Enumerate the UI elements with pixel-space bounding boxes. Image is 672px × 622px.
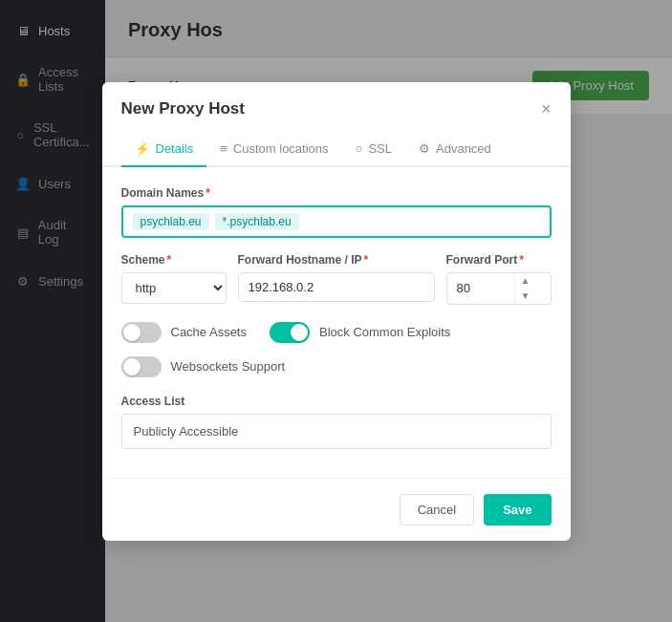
tab-advanced[interactable]: ⚙ Advanced [405, 132, 505, 167]
tab-advanced-label: Advanced [436, 141, 491, 156]
scheme-label: Scheme* [121, 253, 227, 267]
domain-tag-2: *.psychlab.eu [215, 213, 299, 230]
tab-details[interactable]: ⚡ Details [121, 132, 207, 167]
block-exploits-label: Block Common Exploits [319, 325, 450, 339]
form-row-connection: Scheme* http https Forward Hostname / IP… [121, 253, 552, 305]
cache-assets-toggle-item: Cache Assets [121, 322, 248, 343]
toggle-row-options: Cache Assets Block Common Exploits [121, 322, 552, 343]
websockets-row: Websockets Support [121, 356, 552, 377]
scheme-select[interactable]: http https [121, 272, 227, 304]
access-list-select[interactable]: Publicly Accessible [121, 414, 552, 449]
block-exploits-toggle-item: Block Common Exploits [270, 322, 450, 343]
websockets-label: Websockets Support [171, 359, 286, 374]
modal-close-button[interactable]: × [541, 100, 552, 118]
scheme-group: Scheme* http https [121, 253, 227, 305]
port-group: Forward Port* ▲ ▼ [446, 253, 552, 305]
block-exploits-toggle[interactable] [270, 322, 310, 343]
port-spinners: ▲ ▼ [514, 273, 536, 304]
domain-names-required: * [206, 186, 210, 200]
tab-custom-locations-label: Custom locations [233, 141, 329, 156]
domain-names-group: Domain Names* psychlab.eu *.psychlab.eu [121, 186, 552, 238]
tab-custom-locations[interactable]: ≡ Custom locations [206, 132, 341, 167]
domain-names-label: Domain Names* [121, 186, 552, 200]
tab-details-label: Details [156, 141, 194, 156]
tab-ssl-label: SSL [368, 141, 392, 156]
block-exploits-knob [291, 324, 308, 341]
port-wrapper: ▲ ▼ [446, 272, 552, 305]
access-list-label: Access List [121, 395, 552, 408]
hostname-label: Forward Hostname / IP* [238, 253, 435, 267]
advanced-tab-icon: ⚙ [419, 141, 430, 156]
port-input[interactable] [447, 274, 514, 302]
hostname-input[interactable] [238, 272, 435, 302]
modal-overlay: New Proxy Host × ⚡ Details ≡ Custom loca… [0, 0, 672, 622]
modal-body: Domain Names* psychlab.eu *.psychlab.eu … [102, 167, 571, 468]
access-list-wrapper: Publicly Accessible [121, 414, 552, 449]
websockets-knob [123, 358, 141, 375]
port-label: Forward Port* [446, 253, 552, 267]
cache-assets-toggle[interactable] [121, 322, 162, 343]
domain-tag-1: psychlab.eu [133, 213, 209, 230]
cache-assets-knob [123, 324, 141, 341]
cache-assets-label: Cache Assets [171, 325, 248, 339]
websockets-toggle[interactable] [121, 356, 162, 377]
port-increment-button[interactable]: ▲ [515, 273, 536, 289]
hostname-group: Forward Hostname / IP* [238, 253, 435, 305]
access-list-group: Access List Publicly Accessible [121, 395, 552, 449]
modal-tabs: ⚡ Details ≡ Custom locations ○ SSL ⚙ Adv… [102, 132, 571, 167]
domain-names-input-wrapper[interactable]: psychlab.eu *.psychlab.eu [121, 205, 552, 238]
domain-names-input[interactable] [305, 214, 540, 228]
save-button[interactable]: Save [484, 494, 551, 525]
modal: New Proxy Host × ⚡ Details ≡ Custom loca… [102, 82, 571, 541]
ssl-tab-icon: ○ [356, 141, 363, 156]
modal-footer: Cancel Save [102, 478, 571, 541]
details-tab-icon: ⚡ [135, 141, 150, 156]
modal-title: New Proxy Host [121, 99, 245, 118]
tab-ssl[interactable]: ○ SSL [342, 132, 405, 167]
custom-locations-tab-icon: ≡ [220, 141, 228, 156]
port-decrement-button[interactable]: ▼ [515, 289, 536, 304]
modal-header: New Proxy Host × [102, 82, 571, 118]
cancel-button[interactable]: Cancel [400, 494, 474, 525]
